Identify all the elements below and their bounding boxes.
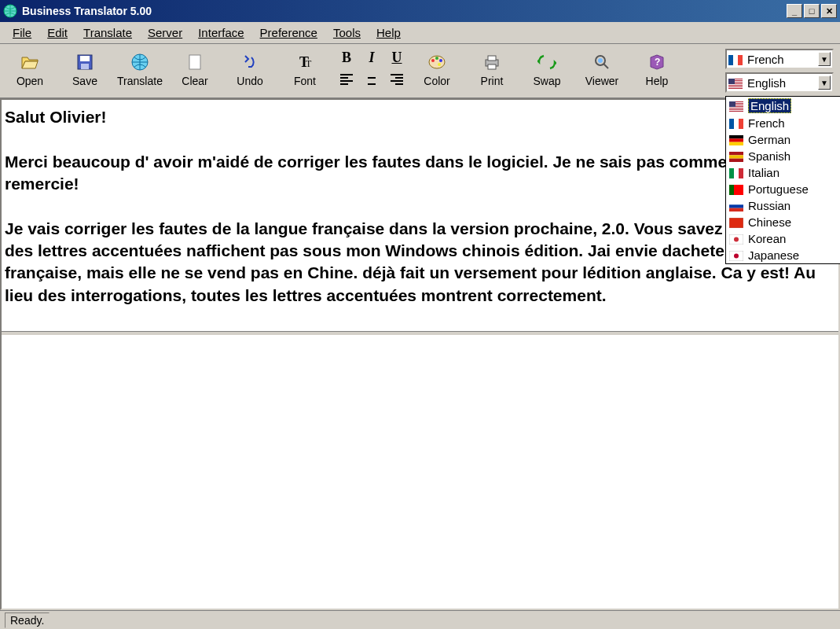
print-button[interactable]: Print [465,47,519,93]
svg-rect-40 [739,119,743,129]
menu-help[interactable]: Help [369,24,409,42]
target-language-label: English [747,76,818,90]
svg-rect-46 [729,159,743,162]
svg-rect-50 [729,185,734,195]
svg-rect-28 [728,87,743,88]
svg-rect-54 [729,204,743,208]
font-label: Font [294,75,316,87]
flag-icon [729,184,743,194]
language-option[interactable]: Japanese [726,247,840,263]
language-option[interactable]: Portuguese [726,181,840,197]
language-option-label: German [748,133,790,146]
flag-icon [729,250,743,260]
undo-button[interactable]: Undo [223,47,277,93]
color-icon [427,53,446,72]
svg-rect-45 [729,155,743,158]
language-option[interactable]: Russian [726,197,840,214]
svg-rect-55 [729,208,743,212]
language-option[interactable]: Spanish [726,148,840,164]
svg-rect-42 [729,138,743,142]
target-language-combo[interactable]: English ▼ [725,72,834,93]
svg-rect-39 [734,119,739,129]
language-option[interactable]: Chinese [726,214,840,230]
language-option[interactable]: German [726,131,840,148]
menu-interface[interactable]: Interface [190,24,251,42]
svg-rect-5 [189,55,200,69]
bold-button[interactable]: B [335,47,358,68]
svg-rect-26 [728,84,743,85]
svg-rect-20 [733,55,738,65]
open-button[interactable]: Open [3,47,57,93]
clear-button[interactable]: Clear [168,47,222,93]
swap-icon [537,53,556,72]
chevron-down-icon: ▼ [818,52,831,66]
language-option[interactable]: Korean [726,230,840,247]
underline-button[interactable]: U [385,47,409,68]
undo-icon [240,53,259,72]
language-dropdown[interactable]: EnglishFrenchGermanSpanishItalianPortugu… [725,96,840,264]
color-label: Color [424,75,449,87]
align-center-button[interactable] [360,69,383,90]
language-option-label: Russian [748,199,790,212]
minimize-button[interactable]: _ [787,4,802,18]
source-language-combo[interactable]: French ▼ [725,49,834,69]
language-option[interactable]: English [726,97,840,115]
svg-rect-53 [729,201,743,204]
maximize-button[interactable]: □ [804,4,820,18]
align-left-button[interactable] [335,69,358,90]
svg-rect-3 [81,64,89,69]
menu-translate[interactable]: Translate [75,24,140,42]
menu-server[interactable]: Server [140,24,190,42]
color-button[interactable]: Color [410,47,464,93]
font-button[interactable]: TT Font [278,47,332,93]
language-option[interactable]: French [726,115,840,131]
text-editor[interactable]: ▲ Salut Olivier! Merci beaucoup d' avoir… [0,98,840,610]
align-left-icon [340,74,353,85]
save-button[interactable]: Save [58,47,112,93]
svg-rect-52 [739,185,743,195]
svg-rect-37 [729,101,735,107]
svg-rect-56 [729,218,743,228]
align-center-icon [365,74,378,85]
window-title: Business Translator 5.00 [22,5,152,17]
flag-icon [729,234,743,244]
svg-point-17 [598,58,603,63]
flag-icon [729,101,743,111]
help-icon: ? [647,53,666,72]
svg-rect-14 [488,56,496,61]
menu-edit[interactable]: Edit [39,24,75,42]
viewer-label: Viewer [585,75,619,87]
italic-button[interactable]: I [360,47,383,68]
help-label: Help [646,75,669,87]
svg-rect-49 [739,168,743,178]
swap-button[interactable]: Swap [520,47,574,93]
menu-preference[interactable]: Preference [252,24,325,42]
open-label: Open [17,75,43,87]
svg-text:T: T [306,58,312,69]
source-language-label: French [747,53,818,66]
text-paragraph: Salut Olivier! [5,106,835,128]
align-right-icon [391,74,403,85]
language-selectors: French ▼ English ▼ EnglishFrenchGermanSp… [722,47,837,94]
svg-text:?: ? [655,57,660,68]
svg-rect-38 [729,119,734,129]
flag-icon [729,134,743,145]
help-button[interactable]: ? Help [630,47,684,93]
flag-icon [728,54,743,64]
language-option-label: French [748,116,785,130]
svg-rect-48 [734,168,739,178]
language-option-label: English [748,98,791,113]
translate-button[interactable]: Translate [113,47,167,93]
language-option-label: Italian [748,166,779,179]
print-icon [482,53,501,72]
text-paragraph: Je vais corriger les fautes de la langue… [5,218,835,307]
viewer-button[interactable]: Viewer [575,47,629,93]
language-option-label: Portuguese [748,182,809,196]
menu-file[interactable]: File [5,24,39,42]
splitter-handle[interactable] [2,331,838,336]
language-option[interactable]: Italian [726,164,840,181]
flag-icon [729,118,743,128]
align-right-button[interactable] [385,69,409,90]
menu-tools[interactable]: Tools [325,24,369,42]
close-button[interactable]: ✕ [821,4,837,18]
